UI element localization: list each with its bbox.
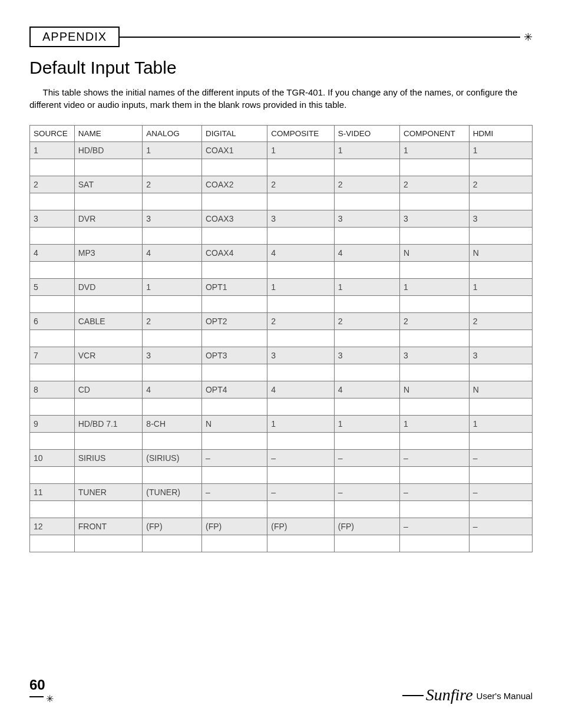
table-cell: MP3 [74, 245, 143, 262]
table-blank-cell [469, 296, 532, 313]
table-row: 6CABLE2OPT22222 [30, 313, 533, 330]
table-cell: 1 [400, 279, 470, 296]
brand-logo: Sunfire [426, 687, 473, 703]
table-blank-cell [201, 501, 267, 518]
table-cell: 4 [30, 245, 75, 262]
table-blank-cell [267, 535, 334, 552]
table-cell: 2 [143, 176, 202, 193]
table-cell: 3 [469, 210, 532, 228]
table-cell: 3 [143, 347, 202, 364]
table-blank-cell [400, 330, 470, 347]
table-blank-cell [201, 467, 267, 484]
table-cell: (FP) [334, 518, 399, 535]
table-cell: 1 [469, 142, 532, 159]
table-blank-cell [143, 535, 202, 552]
table-row: 7VCR3OPT33333 [30, 347, 533, 364]
table-blank-cell [267, 262, 334, 279]
table-cell: 2 [30, 176, 75, 193]
table-cell: HD/BD [74, 142, 143, 159]
table-cell: – [469, 518, 532, 535]
table-cell: 3 [334, 210, 399, 228]
table-row: 11TUNER(TUNER)––––– [30, 484, 533, 501]
footer: 60 ✳ Sunfire User's Manual [29, 677, 533, 703]
table-blank-cell [400, 228, 470, 245]
table-cell: 2 [267, 176, 334, 193]
table-cell: COAX4 [201, 245, 267, 262]
table-blank-cell [469, 330, 532, 347]
table-blank-cell [469, 433, 532, 450]
col-header: COMPOSITE [267, 126, 334, 142]
table-cell: COAX3 [201, 210, 267, 228]
table-row: 10SIRIUS(SIRIUS)––––– [30, 450, 533, 467]
table-cell: – [201, 450, 267, 467]
page-number: 60 [29, 677, 50, 693]
table-cell: 3 [267, 210, 334, 228]
table-blank-cell [469, 228, 532, 245]
table-cell: – [334, 484, 399, 501]
table-cell: 2 [267, 313, 334, 330]
table-header-row: SOURCE NAME ANALOG DIGITAL COMPOSITE S-V… [30, 126, 533, 142]
table-cell: DVR [74, 210, 143, 228]
table-row: 5DVD1OPT11111 [30, 279, 533, 296]
table-cell: 4 [143, 381, 202, 398]
table-cell: 3 [143, 210, 202, 228]
table-blank-cell [334, 364, 399, 381]
table-blank-row [30, 262, 533, 279]
table-blank-cell [74, 501, 143, 518]
table-blank-cell [400, 398, 470, 416]
table-cell: – [469, 450, 532, 467]
table-cell: 2 [143, 313, 202, 330]
table-blank-cell [74, 433, 143, 450]
page-title: Default Input Table [29, 58, 533, 78]
table-cell: SAT [74, 176, 143, 193]
table-cell: 8-CH [143, 416, 202, 433]
table-cell: 1 [267, 416, 334, 433]
table-cell: (SIRIUS) [143, 450, 202, 467]
table-cell: 1 [334, 142, 399, 159]
table-blank-cell [143, 364, 202, 381]
table-cell: – [469, 484, 532, 501]
table-cell: 3 [400, 210, 470, 228]
table-cell: 3 [30, 210, 75, 228]
table-cell: 8 [30, 381, 75, 398]
table-cell: N [400, 245, 470, 262]
table-blank-cell [143, 330, 202, 347]
table-cell: – [267, 484, 334, 501]
table-blank-cell [143, 228, 202, 245]
table-blank-cell [201, 535, 267, 552]
table-blank-cell [30, 262, 75, 279]
table-blank-cell [469, 535, 532, 552]
table-blank-cell [74, 364, 143, 381]
table-blank-row [30, 364, 533, 381]
table-blank-cell [267, 296, 334, 313]
table-blank-row [30, 193, 533, 210]
table-cell: 1 [469, 279, 532, 296]
table-cell: 3 [267, 347, 334, 364]
table-blank-cell [30, 398, 75, 416]
table-cell: 5 [30, 279, 75, 296]
table-blank-cell [74, 330, 143, 347]
table-blank-cell [143, 433, 202, 450]
table-blank-cell [400, 262, 470, 279]
table-cell: 6 [30, 313, 75, 330]
table-row: 4MP34COAX444NN [30, 245, 533, 262]
table-blank-cell [143, 501, 202, 518]
table-cell: (FP) [143, 518, 202, 535]
table-blank-cell [267, 159, 334, 176]
table-blank-cell [400, 364, 470, 381]
table-cell: – [334, 450, 399, 467]
table-cell: 4 [334, 245, 399, 262]
table-cell: 10 [30, 450, 75, 467]
table-cell: 1 [267, 142, 334, 159]
table-cell: – [400, 484, 470, 501]
table-cell: – [400, 450, 470, 467]
table-blank-cell [267, 501, 334, 518]
table-blank-cell [30, 467, 75, 484]
table-cell: 3 [469, 347, 532, 364]
table-blank-cell [267, 398, 334, 416]
default-input-table: SOURCE NAME ANALOG DIGITAL COMPOSITE S-V… [29, 125, 533, 552]
table-cell: 7 [30, 347, 75, 364]
table-blank-cell [201, 228, 267, 245]
table-cell: SIRIUS [74, 450, 143, 467]
table-blank-cell [30, 364, 75, 381]
